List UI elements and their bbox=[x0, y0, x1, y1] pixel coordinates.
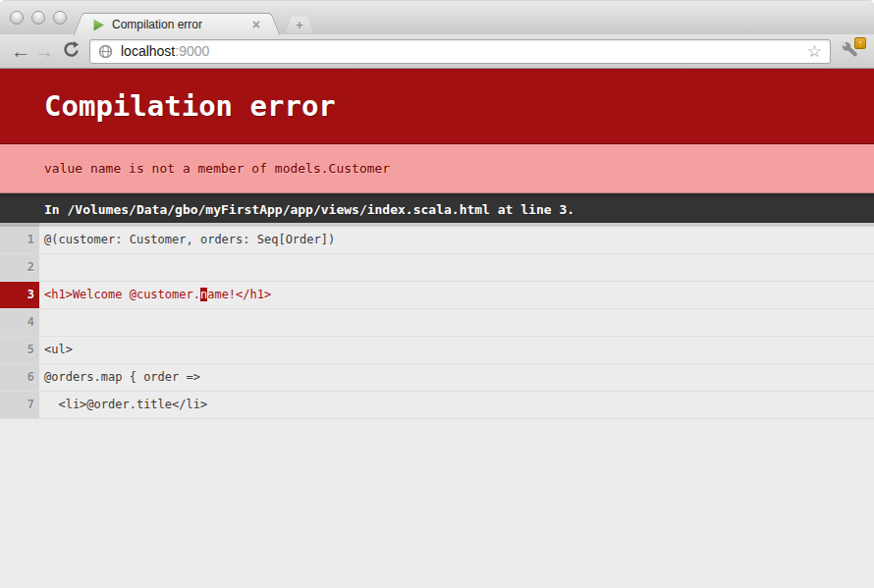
window-close-button[interactable] bbox=[10, 11, 24, 25]
reload-button[interactable] bbox=[58, 40, 83, 63]
code-text bbox=[39, 254, 874, 281]
line-number: 5 bbox=[0, 337, 39, 363]
url-port: :9000 bbox=[175, 43, 209, 59]
globe-icon bbox=[98, 44, 113, 59]
forward-button[interactable]: → bbox=[32, 41, 56, 61]
error-location: In /Volumes/Data/gbo/myFirstApp/app/view… bbox=[0, 193, 874, 223]
line-number: 1 bbox=[0, 223, 39, 253]
reload-icon bbox=[62, 40, 81, 59]
window-minimize-button[interactable] bbox=[31, 11, 45, 25]
code-line-7: 7 <li>@order.title</li> bbox=[0, 392, 874, 419]
code-text: <li>@order.title</li> bbox=[39, 392, 874, 418]
line-number: 7 bbox=[0, 392, 39, 418]
browser-toolbar: ← → localhost:9000 ☆ bbox=[0, 34, 874, 69]
menu-button[interactable]: ↑ bbox=[840, 39, 865, 63]
code-line-5: 5 <ul> bbox=[0, 337, 874, 364]
code-line-3-error: 3 <h1>Welcome @customer.name!</h1> bbox=[0, 282, 874, 309]
play-favicon-icon bbox=[92, 19, 105, 31]
code-line-2: 2 bbox=[0, 254, 874, 282]
code-before-marker: <h1>Welcome @customer. bbox=[44, 288, 200, 301]
page-content: Compilation error value name is not a me… bbox=[0, 69, 874, 588]
line-number: 4 bbox=[0, 309, 39, 336]
browser-tab[interactable]: Compilation error × bbox=[86, 13, 267, 35]
tab-strip: Compilation error × + bbox=[0, 0, 874, 34]
window-zoom-button[interactable] bbox=[53, 11, 67, 25]
code-line-4: 4 bbox=[0, 309, 874, 337]
line-number: 6 bbox=[0, 364, 39, 391]
browser-window: Compilation error × + ← → bbox=[0, 0, 874, 588]
line-number: 2 bbox=[0, 254, 39, 281]
url-host: localhost bbox=[121, 43, 175, 59]
tab-title: Compilation error bbox=[112, 18, 247, 31]
url-text: localhost:9000 bbox=[121, 43, 209, 59]
code-line-6: 6 @orders.map { order => bbox=[0, 364, 874, 392]
bookmark-star-icon[interactable]: ☆ bbox=[807, 43, 822, 60]
window-controls bbox=[10, 11, 67, 25]
code-after-marker: ame!</h1> bbox=[207, 288, 271, 301]
code-text bbox=[39, 309, 874, 336]
new-tab-button[interactable]: + bbox=[285, 17, 314, 33]
update-badge: ↑ bbox=[854, 37, 866, 49]
code-text: <ul> bbox=[39, 337, 874, 363]
error-title: Compilation error bbox=[0, 69, 874, 144]
back-button[interactable]: ← bbox=[9, 41, 32, 61]
code-line-1: 1 @(customer: Customer, orders: Seq[Orde… bbox=[0, 223, 874, 254]
line-number: 3 bbox=[0, 282, 39, 308]
tab-close-icon[interactable]: × bbox=[247, 18, 265, 31]
code-text: @orders.map { order => bbox=[39, 364, 874, 391]
code-text: <h1>Welcome @customer.name!</h1> bbox=[39, 282, 874, 308]
code-listing: 1 @(customer: Customer, orders: Seq[Orde… bbox=[0, 223, 874, 419]
address-bar[interactable]: localhost:9000 ☆ bbox=[89, 39, 831, 64]
error-detail: value name is not a member of models.Cus… bbox=[0, 144, 874, 193]
code-text: @(customer: Customer, orders: Seq[Order]… bbox=[39, 223, 874, 253]
plus-icon: + bbox=[285, 17, 314, 33]
